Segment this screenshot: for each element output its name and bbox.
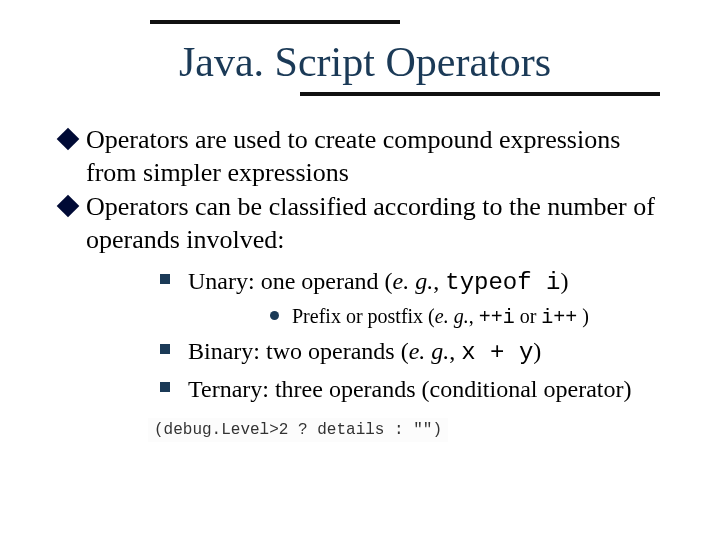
bullet-1: Operators are used to create compound ex… [60,124,670,189]
slide-title: Java. Script Operators [60,20,670,96]
code-typeof: typeof i [445,269,560,296]
list-item-binary: Binary: two operands (e. g., x + y) [160,336,670,368]
eg-text: e. g. [409,338,450,364]
list-item-prefix: Prefix or postfix (e. g., ++i or i++ ) [270,304,670,330]
code-xplusy: x + y [461,339,533,366]
prefix-text-pre: Prefix or postfix ( [292,305,435,327]
bullet-1-text: Operators are used to create compound ex… [86,125,620,187]
code-postinc: i++ [541,306,577,329]
ternary-text: Ternary: three operands (conditional ope… [188,376,631,402]
slide-body: Operators are used to create compound ex… [60,124,670,443]
diamond-icon [57,128,80,151]
eg-text: e. g. [435,305,469,327]
slide: Java. Script Operators Operators are use… [0,0,720,540]
sublist-level1: Unary: one operand (e. g., typeof i) Pre… [120,266,670,404]
diamond-icon [57,195,80,218]
sublist-level2: Prefix or postfix (e. g., ++i or i++ ) [230,304,670,330]
binary-text-post: ) [533,338,541,364]
title-area: Java. Script Operators [60,20,670,96]
unary-text-pre: Unary: one operand ( [188,268,393,294]
prefix-text-post: ) [577,305,589,327]
eg-text: e. g. [393,268,434,294]
code-snippet: (debug.Level>2 ? details : "") [148,418,448,442]
rule-bottom [300,92,660,96]
unary-text-post: ) [560,268,568,294]
unary-text-mid: , [433,268,445,294]
list-item-unary: Unary: one operand (e. g., typeof i) Pre… [160,266,670,330]
bullet-2-text: Operators can be classified according to… [86,192,655,254]
rule-top [150,20,400,24]
binary-text-pre: Binary: two operands ( [188,338,409,364]
prefix-text-mid: , [469,305,479,327]
prefix-or: or [515,305,542,327]
list-item-ternary: Ternary: three operands (conditional ope… [160,374,670,404]
binary-text-mid: , [449,338,461,364]
bullet-2: Operators can be classified according to… [60,191,670,256]
code-preinc: ++i [479,306,515,329]
